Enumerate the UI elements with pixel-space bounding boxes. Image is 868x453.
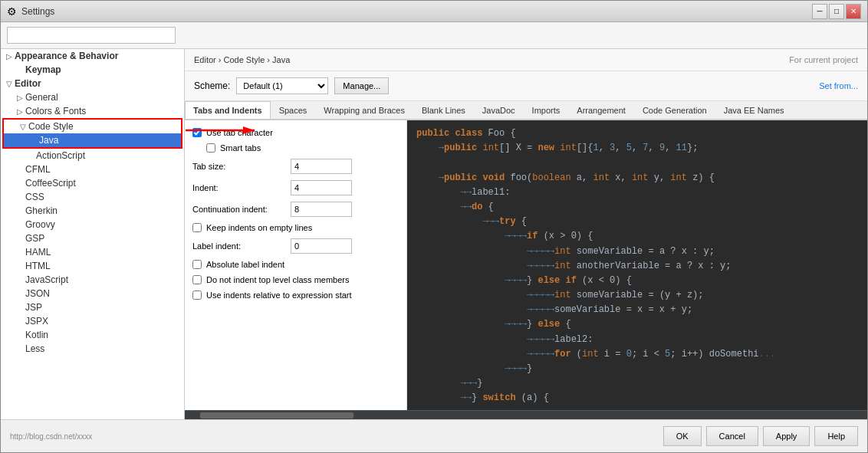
expander-editor: ▽ <box>4 78 15 89</box>
continuation-indent-input[interactable] <box>291 202 352 217</box>
sidebar-item-css[interactable]: CSS <box>1 190 184 204</box>
use-tab-character-checkbox[interactable] <box>192 128 202 137</box>
tab-size-input[interactable] <box>291 159 352 174</box>
sidebar-label-javascript: JavaScript <box>25 274 68 285</box>
tab-content: Use tab character Smart tabs Tab size: <box>185 120 867 410</box>
restore-button[interactable]: □ <box>829 4 844 19</box>
continuation-indent-row: Continuation indent: <box>192 202 399 217</box>
tab-code-generation[interactable]: Code Generation <box>634 101 715 119</box>
sidebar-label-jsp: JSP <box>25 302 42 313</box>
breadcrumb: Editor › Code Style › Java For current p… <box>185 49 867 71</box>
use-tab-character-label: Use tab character <box>206 128 273 137</box>
keep-indents-checkbox[interactable] <box>192 223 202 232</box>
sidebar-item-haml[interactable]: HAML <box>1 245 184 259</box>
breadcrumb-note: For current project <box>789 55 858 64</box>
sidebar-item-editor[interactable]: ▽ Editor <box>1 77 184 90</box>
code-preview: public class Foo { →public int[] X = new… <box>407 120 867 410</box>
sidebar-item-keymap[interactable]: Keymap <box>1 63 184 77</box>
scheme-select[interactable]: Default (1) <box>236 77 328 94</box>
sidebar-item-coffeescript[interactable]: CoffeeScript <box>1 176 184 190</box>
indent-input[interactable] <box>291 180 352 195</box>
search-input[interactable] <box>7 27 176 44</box>
bottom-url: http://blog.csdn.net/xxxx <box>10 432 92 441</box>
absolute-label-row: Absolute label indent <box>192 260 399 269</box>
tabs-bar: Tabs and Indents Spaces Wrapping and Bra… <box>185 101 867 120</box>
sidebar-item-gsp[interactable]: GSP <box>1 231 184 245</box>
sidebar-item-jspx[interactable]: JSPX <box>1 314 184 328</box>
scheme-row: Scheme: Default (1) Manage... Set from..… <box>185 71 867 101</box>
sidebar-item-html[interactable]: HTML <box>1 259 184 273</box>
sidebar-item-less[interactable]: Less <box>1 342 184 356</box>
sidebar: ▷ Appearance & Behavior Keymap ▽ Editor … <box>1 49 185 419</box>
smart-tabs-row: Smart tabs <box>192 143 399 153</box>
options-panel: Use tab character Smart tabs Tab size: <box>185 120 407 410</box>
minimize-button[interactable]: ─ <box>812 4 827 19</box>
title-bar: ⚙ Settings ─ □ ✕ <box>1 1 867 22</box>
sidebar-label-jspx: JSPX <box>25 316 48 327</box>
label-indent-input[interactable] <box>291 238 352 254</box>
sidebar-label-general: General <box>25 92 58 103</box>
sidebar-label-code-style: Code Style <box>28 121 74 132</box>
close-button[interactable]: ✕ <box>846 4 861 19</box>
sidebar-label-haml: HAML <box>25 247 51 258</box>
sidebar-label-editor: Editor <box>15 78 41 89</box>
sidebar-item-javascript[interactable]: JavaScript <box>1 273 184 287</box>
sidebar-label-json: JSON <box>25 288 50 299</box>
tab-spaces[interactable]: Spaces <box>271 101 316 119</box>
sidebar-item-gherkin[interactable]: Gherkin <box>1 204 184 218</box>
expander-icon: ▷ <box>4 51 15 61</box>
tab-javadoc[interactable]: JavaDoc <box>474 101 524 119</box>
tab-java-ee-names[interactable]: Java EE Names <box>715 101 793 119</box>
sidebar-item-general[interactable]: ▷ General <box>1 90 184 104</box>
sidebar-item-json[interactable]: JSON <box>1 287 184 300</box>
sidebar-label-css: CSS <box>25 192 44 202</box>
expander-code-style: ▽ <box>18 121 28 132</box>
expander-as <box>25 150 36 161</box>
search-bar <box>1 22 867 49</box>
apply-button[interactable]: Apply <box>763 426 810 446</box>
tab-size-label: Tab size: <box>192 162 284 171</box>
label-indent-row: Label indent: <box>192 238 399 254</box>
tab-imports[interactable]: Imports <box>524 101 569 119</box>
sidebar-item-cfml[interactable]: CFML <box>1 162 184 176</box>
tab-tabs-and-indents[interactable]: Tabs and Indents <box>185 101 271 120</box>
absolute-label-checkbox[interactable] <box>192 260 202 269</box>
no-indent-top-level-checkbox[interactable] <box>192 275 202 284</box>
set-from-link[interactable]: Set from... <box>819 81 858 90</box>
use-indents-relative-label: Use indents relative to expression start <box>206 291 352 300</box>
right-panel: Editor › Code Style › Java For current p… <box>185 49 867 419</box>
smart-tabs-checkbox[interactable] <box>206 143 215 153</box>
help-button[interactable]: Help <box>814 426 858 446</box>
cancel-button[interactable]: Cancel <box>706 426 758 446</box>
keep-indents-label: Keep indents on empty lines <box>206 223 312 232</box>
code-scrollbar[interactable] <box>185 410 867 419</box>
sidebar-label-groovy: Groovy <box>25 219 55 230</box>
no-indent-top-level-label: Do not indent top level class members <box>206 275 349 284</box>
bottom-bar: http://blog.csdn.net/xxxx OK Cancel Appl… <box>1 419 867 452</box>
indent-row: Indent: <box>192 180 399 195</box>
sidebar-item-colors-fonts[interactable]: ▷ Colors & Fonts <box>1 104 184 118</box>
use-indents-relative-checkbox[interactable] <box>192 291 202 300</box>
label-indent-label: Label indent: <box>192 241 284 251</box>
sidebar-label-kotlin: Kotlin <box>25 330 48 340</box>
use-tab-character-row: Use tab character <box>192 128 399 137</box>
sidebar-item-jsp[interactable]: JSP <box>1 300 184 314</box>
continuation-indent-label: Continuation indent: <box>192 205 284 214</box>
sidebar-item-java[interactable]: Java <box>4 133 181 147</box>
tab-wrapping[interactable]: Wrapping and Braces <box>315 101 413 119</box>
sidebar-item-kotlin[interactable]: Kotlin <box>1 328 184 342</box>
manage-button[interactable]: Manage... <box>334 77 389 94</box>
tab-blank-lines[interactable]: Blank Lines <box>413 101 474 119</box>
sidebar-item-groovy[interactable]: Groovy <box>1 218 184 231</box>
sidebar-item-appearance[interactable]: ▷ Appearance & Behavior <box>1 49 184 63</box>
expander-placeholder <box>15 64 25 75</box>
sidebar-item-actionscript[interactable]: ActionScript <box>1 149 184 162</box>
sidebar-item-code-style[interactable]: ▽ Code Style <box>4 120 181 133</box>
sidebar-label-coffeescript: CoffeeScript <box>25 178 76 189</box>
sidebar-label-java: Java <box>39 135 58 146</box>
sidebar-label-keymap: Keymap <box>25 64 61 75</box>
tab-arrangement[interactable]: Arrangement <box>568 101 634 119</box>
title-bar-buttons: ─ □ ✕ <box>812 4 861 19</box>
absolute-label-label: Absolute label indent <box>206 260 284 269</box>
ok-button[interactable]: OK <box>663 426 702 446</box>
